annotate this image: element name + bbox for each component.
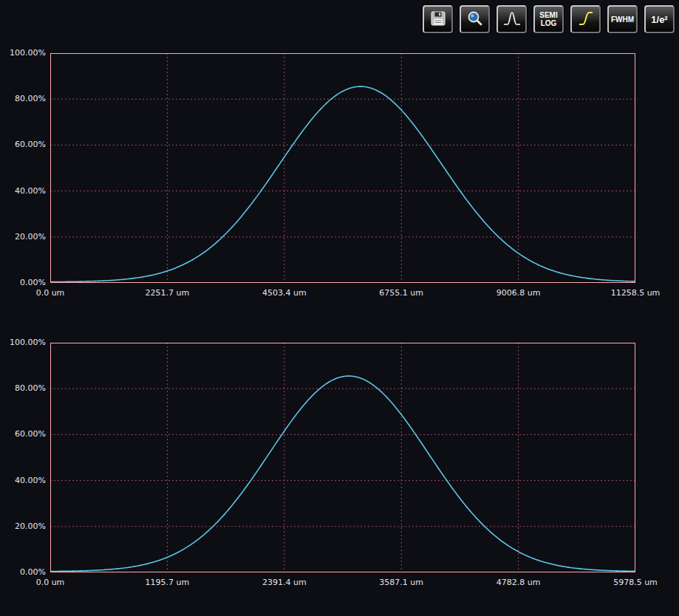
one-over-e-squared-button[interactable]: 1/e² xyxy=(644,5,675,33)
x-tick-label: 11258.5 um xyxy=(611,288,661,298)
gaussian-peak-icon xyxy=(502,10,522,30)
x-tick-label: 0.0 um xyxy=(36,578,65,587)
semilog-label-line2: LOG xyxy=(541,19,557,27)
x-tick-label: 3587.1 um xyxy=(379,578,423,587)
x-tick-label: 1195.7 um xyxy=(146,578,190,587)
y-tick-label: 0.00% xyxy=(0,278,46,287)
x-tick-label: 9006.8 um xyxy=(497,288,541,298)
y-tick-label: 20.00% xyxy=(0,521,46,531)
zoom-button[interactable] xyxy=(460,5,490,33)
knife-edge-button[interactable] xyxy=(570,5,601,33)
x-tick-label: 4782.8 um xyxy=(497,578,541,587)
semilog-button[interactable]: SEMI LOG xyxy=(533,5,564,33)
x-tick-label: 2251.7 um xyxy=(146,288,190,298)
save-button[interactable] xyxy=(423,5,453,33)
y-tick-label: 0.00% xyxy=(0,567,46,577)
toolbar: SEMI LOG FWHM 1/e² xyxy=(423,5,675,33)
x-tick-label: 5978.5 um xyxy=(613,578,658,587)
x-profile-plot-area[interactable] xyxy=(50,53,635,283)
chart-y-profile: 100.00% 80.00% 60.00% 40.00% 20.00% 0.00… xyxy=(0,343,679,588)
magnifier-icon xyxy=(466,10,484,30)
y-tick-label: 20.00% xyxy=(0,232,46,242)
fwhm-button[interactable]: FWHM xyxy=(607,5,638,33)
y-tick-label: 60.00% xyxy=(0,429,46,439)
y-tick-label: 60.00% xyxy=(0,140,46,149)
fwhm-label: FWHM xyxy=(611,16,634,24)
beam-profiler-window: SEMI LOG FWHM 1/e² 100.00% 80.00% 60.00%… xyxy=(0,0,679,616)
chart-x-profile: 100.00% 80.00% 60.00% 40.00% 20.00% 0.00… xyxy=(0,53,679,298)
y-tick-label: 80.00% xyxy=(0,383,46,393)
y-profile-plot-area[interactable] xyxy=(50,343,635,572)
x-tick-label: 0.0 um xyxy=(36,288,65,298)
y-tick-label: 40.00% xyxy=(0,476,46,485)
x-tick-label: 2391.4 um xyxy=(262,578,307,587)
one-over-e-squared-label: 1/e² xyxy=(651,14,667,25)
y-tick-label: 100.00% xyxy=(0,48,46,58)
knife-edge-curve-icon xyxy=(576,10,596,30)
y-tick-label: 100.00% xyxy=(0,338,46,347)
gaussian-fit-button[interactable] xyxy=(497,5,527,33)
x-tick-label: 6755.1 um xyxy=(379,288,423,298)
floppy-disk-icon xyxy=(429,10,447,30)
y-tick-label: 80.00% xyxy=(0,94,46,103)
semilog-label-line1: SEMI xyxy=(539,11,557,19)
y-tick-label: 40.00% xyxy=(0,186,46,196)
x-tick-label: 4503.4 um xyxy=(262,288,307,298)
